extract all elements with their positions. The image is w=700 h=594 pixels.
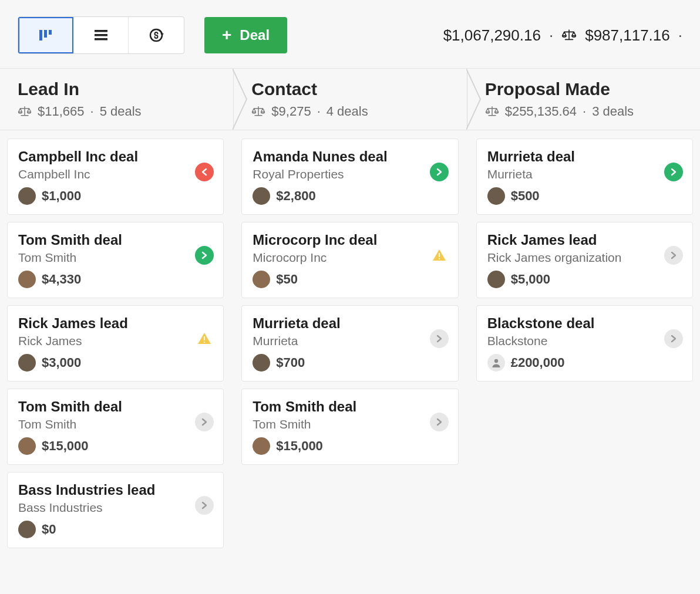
deal-card[interactable]: Tom Smith dealTom Smith$15,000 <box>7 389 224 465</box>
deal-status-icon[interactable] <box>195 329 214 348</box>
deal-card[interactable]: Rick James leadRick James organization$5… <box>476 222 693 298</box>
separator-dot: · <box>317 104 321 119</box>
stage-title: Proposal Made <box>485 79 700 99</box>
deal-amount: $4,330 <box>42 272 81 287</box>
stage-amount: $11,665 <box>38 104 85 119</box>
avatar <box>487 187 505 205</box>
deal-status-icon[interactable] <box>430 329 449 348</box>
stage-deal-count: 5 deals <box>100 104 142 119</box>
deal-card[interactable]: Murrieta dealMurrieta$500 <box>476 139 693 215</box>
deal-money-row: $3,000 <box>18 354 213 372</box>
person-icon <box>487 354 505 372</box>
separator-dot: · <box>549 26 553 45</box>
deal-status-icon[interactable] <box>664 163 683 181</box>
add-deal-label: Deal <box>240 27 270 43</box>
plus-icon: + <box>222 27 231 43</box>
deal-amount: $15,000 <box>42 438 89 454</box>
add-deal-button[interactable]: + Deal <box>204 17 287 53</box>
stage-header[interactable]: Contact $9,275 · 4 deals <box>233 69 466 130</box>
deal-org: Royal Properties <box>253 167 447 181</box>
deal-card[interactable]: Tom Smith dealTom Smith$4,330 <box>7 222 224 298</box>
deal-card[interactable]: Amanda Nunes dealRoyal Properties$2,800 <box>241 139 458 215</box>
kanban-column: Murrieta dealMurrieta$500Rick James lead… <box>476 139 693 548</box>
deal-status-icon[interactable] <box>430 246 449 265</box>
deal-card[interactable]: Campbell Inc dealCampbell Inc$1,000 <box>7 139 224 215</box>
deal-org: Microcorp Inc <box>253 251 447 265</box>
deal-title: Murrieta deal <box>253 315 447 332</box>
deal-org: Tom Smith <box>18 417 213 431</box>
stage-deal-count: 3 deals <box>592 104 634 119</box>
deal-title: Rick James lead <box>18 315 213 332</box>
scale-icon <box>251 106 265 117</box>
svg-rect-2 <box>49 30 52 35</box>
avatar <box>18 521 36 538</box>
deal-title: Tom Smith deal <box>18 232 213 248</box>
list-view-button[interactable] <box>73 17 129 53</box>
stage-header[interactable]: Proposal Made $255,135.64 · 3 deals <box>467 69 700 130</box>
deal-status-icon[interactable] <box>430 413 449 431</box>
deal-amount: $3,000 <box>42 355 81 370</box>
deal-money-row: $2,800 <box>253 187 447 205</box>
svg-rect-4 <box>95 34 107 36</box>
deal-money-row: $500 <box>487 187 682 205</box>
stage-title: Lead In <box>18 79 233 99</box>
stage-amount: $255,135.64 <box>505 104 577 119</box>
deal-money-row: $15,000 <box>18 437 213 455</box>
deal-org: Murrieta <box>487 167 682 181</box>
kanban-column: Amanda Nunes dealRoyal Properties$2,800M… <box>241 139 458 548</box>
deal-money-row: $700 <box>253 354 447 372</box>
deal-card[interactable]: Tom Smith dealTom Smith$15,000 <box>241 389 458 465</box>
deal-title: Bass Industries lead <box>18 482 213 498</box>
avatar <box>253 187 270 205</box>
deal-title: Campbell Inc deal <box>18 148 213 165</box>
pipeline-icon <box>38 29 53 42</box>
deal-money-row: $0 <box>18 521 213 538</box>
deal-card[interactable]: Blackstone dealBlackstone£200,000 <box>476 305 693 382</box>
stage-headers: Lead In $11,665 · 5 deals Contact $9,275… <box>0 69 700 130</box>
deal-status-icon[interactable] <box>664 329 683 348</box>
deal-card[interactable]: Microcorp Inc dealMicrocorp Inc$50 <box>241 222 458 298</box>
svg-rect-1 <box>44 30 47 38</box>
scale-icon <box>561 29 577 42</box>
stage-amount: $9,275 <box>271 104 311 119</box>
list-icon <box>93 29 109 41</box>
avatar <box>18 354 36 372</box>
deal-money-row: $15,000 <box>253 437 447 455</box>
deal-amount: $50 <box>276 272 298 287</box>
deal-amount: $5,000 <box>511 272 550 287</box>
deal-card[interactable]: Bass Industries leadBass Industries$0 <box>7 472 224 548</box>
deal-title: Rick James lead <box>487 232 682 248</box>
svg-rect-10 <box>439 253 440 257</box>
avatar <box>18 271 36 288</box>
totals: $1,067,290.16 · $987,117.16 · <box>443 26 682 45</box>
svg-marker-7 <box>160 33 164 35</box>
deal-card[interactable]: Rick James leadRick James$3,000 <box>7 305 224 382</box>
deal-status-icon[interactable] <box>430 163 449 181</box>
deal-money-row: $4,330 <box>18 271 213 288</box>
avatar <box>18 187 36 205</box>
scale-icon <box>18 106 32 117</box>
svg-rect-5 <box>95 38 107 41</box>
deal-title: Tom Smith deal <box>253 399 447 415</box>
separator-dot: · <box>90 104 94 119</box>
avatar <box>18 437 36 455</box>
avatar <box>253 271 270 288</box>
toolbar: + Deal $1,067,290.16 · $987,117.16 · <box>0 0 700 68</box>
deal-money-row: $5,000 <box>487 271 682 288</box>
total-plain: $1,067,290.16 <box>443 26 541 45</box>
deal-amount: £200,000 <box>511 355 565 370</box>
stage-header[interactable]: Lead In $11,665 · 5 deals <box>0 69 233 130</box>
deal-card[interactable]: Murrieta dealMurrieta$700 <box>241 305 458 382</box>
separator-dot: · <box>583 104 586 119</box>
deal-status-icon[interactable] <box>664 246 683 265</box>
deal-amount: $700 <box>276 355 305 370</box>
svg-rect-9 <box>204 342 205 343</box>
deal-title: Microcorp Inc deal <box>253 232 447 248</box>
pipeline-view-button[interactable] <box>18 17 73 53</box>
svg-point-12 <box>494 359 497 363</box>
forecast-view-button[interactable] <box>129 17 184 53</box>
stage-title: Contact <box>251 79 466 99</box>
forecast-icon <box>148 27 164 43</box>
deal-amount: $1,000 <box>42 188 81 204</box>
deal-amount: $500 <box>511 188 540 204</box>
